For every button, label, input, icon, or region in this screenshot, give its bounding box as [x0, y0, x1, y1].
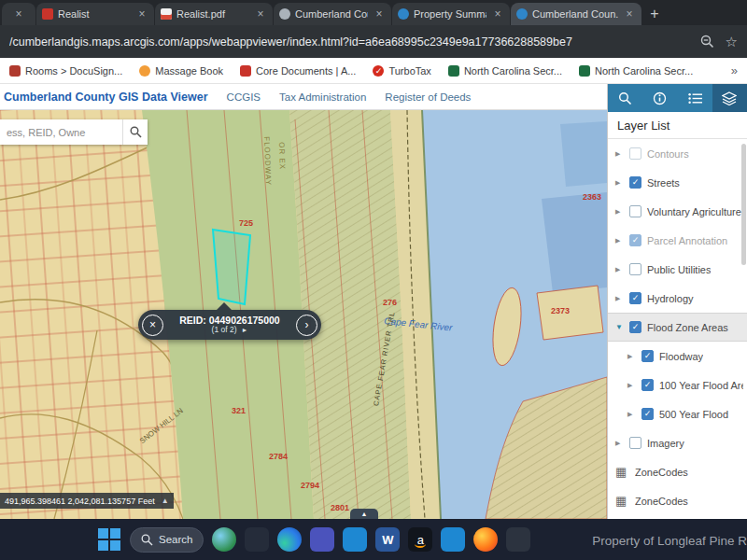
layer-label: Imagery [647, 438, 684, 449]
skype-icon[interactable] [343, 527, 367, 552]
layer-checkbox[interactable]: ✓ [641, 408, 654, 420]
chevron-right-icon[interactable]: ▶ [615, 266, 624, 273]
layer-checkbox[interactable]: ✓ [629, 234, 641, 246]
layer-item-parcel-annotation[interactable]: ▶✓Parcel Annotation [608, 226, 747, 255]
link-register-of-deeds[interactable]: Register of Deeds [385, 91, 471, 103]
layer-item-zonecodes[interactable]: ▦ZoneCodes [608, 457, 747, 486]
zoom-indicator-icon[interactable] [700, 35, 714, 49]
layer-checkbox[interactable]: ✓ [629, 292, 641, 304]
layer-item-hydrology[interactable]: ▶✓Hydrology [608, 284, 747, 313]
map-search-button[interactable] [122, 119, 148, 145]
layer-item-streets[interactable]: ▶✓Streets [608, 168, 747, 197]
bookmark-2[interactable]: Massage Book [139, 65, 223, 77]
chevron-right-icon[interactable]: ▶ [615, 208, 624, 215]
layer-item-flood-zone-areas[interactable]: ▼✓Flood Zone Areas [608, 313, 747, 342]
layer-checkbox[interactable]: ✓ [641, 379, 654, 391]
selected-parcel-highlight[interactable] [213, 230, 250, 304]
chevron-right-icon[interactable]: ▶ [627, 353, 636, 359]
chevron-right-icon[interactable]: ▶ [615, 440, 624, 446]
layer-checkbox[interactable] [629, 205, 641, 217]
chevron-down-icon[interactable]: ▼ [615, 324, 624, 331]
chevron-right-icon[interactable]: ▶ [615, 179, 624, 186]
new-tab-button[interactable]: + [642, 3, 667, 25]
bookmark-4[interactable]: ✓TurboTax [373, 65, 430, 77]
bookmark-6[interactable]: North Carolina Secr... [579, 65, 693, 77]
browser-tab-3[interactable]: Realist.pdf× [155, 3, 273, 25]
word-icon[interactable]: W [375, 527, 400, 552]
url-text[interactable]: /cumberlandgis.maps.arcgis.com/apps/weba… [9, 35, 689, 49]
layer-checkbox[interactable]: ✓ [629, 321, 641, 333]
bookmark-1[interactable]: Rooms > DocuSign... [9, 65, 122, 77]
panel-scrollbar[interactable] [741, 144, 746, 265]
firefox-icon[interactable] [473, 527, 498, 552]
onedrive-icon[interactable] [441, 527, 465, 552]
layer-checkbox[interactable] [629, 263, 641, 275]
browser-tab-5[interactable]: Property Summar...× [392, 3, 510, 25]
photos-icon[interactable] [245, 527, 269, 552]
teams-icon[interactable] [310, 527, 334, 552]
more-apps-icon[interactable] [506, 527, 530, 552]
layer-item-500-year-flood[interactable]: ▶✓500 Year Flood [608, 399, 747, 428]
search-highlights-icon[interactable] [212, 527, 236, 552]
popup-next-button[interactable]: › [296, 315, 317, 336]
popup-close-button[interactable]: × [142, 315, 163, 336]
chevron-right-icon[interactable]: ▶ [615, 150, 624, 157]
tab-close-icon[interactable]: × [373, 7, 386, 21]
widget-search-button[interactable] [608, 84, 642, 112]
coordinate-expand-icon[interactable]: ▲ [162, 497, 169, 505]
bookmark-star-icon[interactable]: ☆ [726, 34, 738, 50]
amazon-icon[interactable]: a [408, 527, 432, 552]
layer-item-imagery[interactable]: ▶Imagery [608, 428, 747, 457]
edge-icon[interactable] [277, 527, 302, 552]
chevron-right-icon[interactable]: ▶ [627, 382, 636, 388]
address-bar[interactable]: /cumberlandgis.maps.arcgis.com/apps/weba… [0, 25, 747, 58]
layer-item-floodway[interactable]: ▶✓Floodway [608, 342, 747, 371]
attribute-table-tab[interactable]: ▲ [350, 509, 378, 519]
map-search-input[interactable] [0, 127, 122, 138]
left-column: Cumberland County GIS Data Viewer CCGIS … [0, 84, 607, 519]
layer-checkbox[interactable]: ✓ [629, 176, 641, 189]
bookmark-label: North Carolina Secr... [464, 65, 562, 77]
bookmarks-overflow-icon[interactable]: » [731, 63, 738, 77]
map-popup[interactable]: × REID: 0449026175000 (1 of 2)► › [138, 310, 321, 340]
layer-item-voluntary-agriculture-dist[interactable]: ▶Voluntary Agriculture Dist [608, 197, 747, 226]
windows-taskbar[interactable]: Search Wa Property of Longleaf Pine R [0, 519, 747, 560]
layer-checkbox[interactable] [629, 437, 641, 449]
layer-item-public-utilities[interactable]: ▶Public Utilities [608, 255, 747, 284]
layer-label: 500 Year Flood [659, 409, 728, 420]
chevron-right-icon[interactable]: ▶ [627, 411, 636, 417]
bookmark-5[interactable]: North Carolina Secr... [448, 65, 562, 77]
link-tax-administration[interactable]: Tax Administration [279, 91, 366, 103]
tab-close-icon[interactable]: × [254, 7, 267, 21]
widget-layerlist-button[interactable] [712, 84, 747, 112]
tab-close-icon[interactable]: × [135, 7, 148, 21]
layer-item-contours[interactable]: ▶Contours [608, 139, 747, 168]
map-viewport[interactable]: FLOODWAYOR EX725236327623733212784279428… [0, 110, 607, 519]
bookmark-3[interactable]: Core Documents | A... [240, 65, 356, 77]
browser-tab-6[interactable]: Cumberland Coun...× [511, 3, 641, 25]
browser-tab-2[interactable]: Realist× [36, 3, 154, 25]
map-search-box[interactable] [0, 119, 148, 145]
start-button[interactable] [97, 527, 121, 552]
popup-next-feature-icon[interactable]: ► [242, 327, 248, 333]
layer-checkbox[interactable] [629, 147, 641, 160]
tab-close-icon[interactable]: × [623, 7, 636, 21]
widget-about-button[interactable] [642, 84, 677, 112]
page-title: Cumberland County GIS Data Viewer [4, 91, 208, 104]
widget-legend-button[interactable] [678, 84, 712, 112]
browser-tab-1[interactable]: × [2, 3, 35, 25]
app-header: Cumberland County GIS Data Viewer CCGIS … [0, 84, 607, 110]
chevron-right-icon[interactable]: ▶ [615, 295, 624, 301]
taskbar-search[interactable]: Search [130, 527, 204, 553]
browser-tab-4[interactable]: Cumberland Coun...× [274, 3, 391, 25]
layer-checkbox[interactable]: ✓ [641, 350, 654, 362]
chevron-right-icon[interactable]: ▶ [615, 237, 624, 244]
layer-item-zonecodes[interactable]: ▦ZoneCodes [608, 486, 747, 515]
layer-list-title: Layer List [608, 112, 747, 139]
layer-label: ZoneCodes [635, 467, 688, 478]
link-ccgis[interactable]: CCGIS [227, 91, 261, 103]
tab-close-icon[interactable]: × [12, 7, 25, 21]
layer-item-100-year-flood-area[interactable]: ▶✓100 Year Flood Area [608, 371, 747, 399]
layer-label: Contours [647, 148, 689, 160]
tab-close-icon[interactable]: × [491, 7, 504, 21]
